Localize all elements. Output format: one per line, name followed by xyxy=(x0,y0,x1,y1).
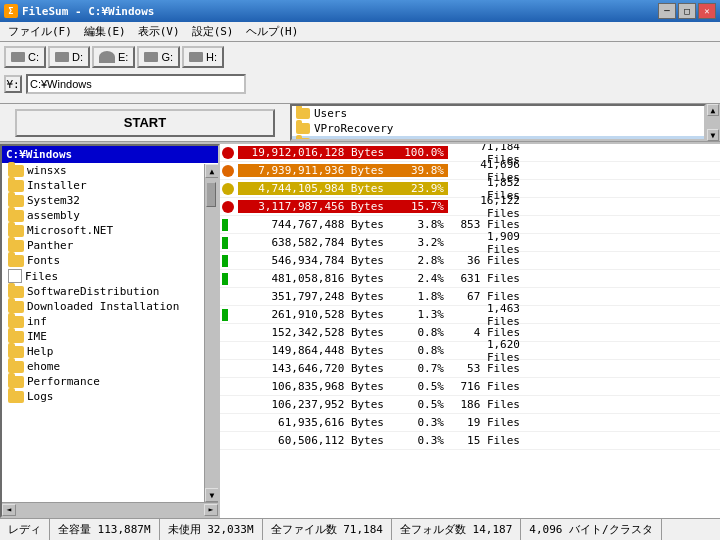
bar-cell xyxy=(220,273,238,285)
yen-icon[interactable]: ¥: xyxy=(4,75,22,93)
app-icon: Σ xyxy=(4,4,18,18)
status-total: 全容量 113,887M xyxy=(50,519,160,540)
h-scrollbar[interactable]: ◄ ► xyxy=(2,502,218,516)
status-folders: 全フォルダ数 14,187 xyxy=(392,519,521,540)
bytes-cell: 744,767,488 Bytes xyxy=(238,218,388,231)
bar-rect-icon xyxy=(222,309,228,321)
maximize-button[interactable]: □ xyxy=(678,3,696,19)
bar-circle-icon xyxy=(222,147,234,159)
drive-c-button[interactable]: C: xyxy=(4,46,46,68)
tree-item-files[interactable]: Files xyxy=(2,268,218,284)
scroll-up-btn[interactable]: ▲ xyxy=(707,104,719,116)
tree-item-label: Help xyxy=(27,345,54,358)
data-row: 481,058,816 Bytes 2.4% 631 Files xyxy=(220,270,720,288)
folder-icon xyxy=(8,376,24,388)
bar-circle-icon xyxy=(222,183,234,195)
bytes-cell: 60,506,112 Bytes xyxy=(238,434,388,447)
tree-item-ehome[interactable]: ehome xyxy=(2,359,218,374)
pct-cell: 0.8% xyxy=(388,326,448,339)
tree-item-assembly[interactable]: assembly xyxy=(2,208,218,223)
data-row: 61,935,616 Bytes 0.3% 19 Files xyxy=(220,414,720,432)
close-button[interactable]: ✕ xyxy=(698,3,716,19)
pct-cell: 100.0% xyxy=(388,146,448,159)
files-cell: 1,909 Files xyxy=(448,230,528,256)
tree-item-label: Logs xyxy=(27,390,54,403)
tree-item-label: Files xyxy=(25,270,58,283)
tree-item-downloaded-installation[interactable]: Downloaded Installation xyxy=(2,299,218,314)
tree-item-microsoft.net[interactable]: Microsoft.NET xyxy=(2,223,218,238)
left-scroll-down[interactable]: ▼ xyxy=(205,488,219,502)
tree-item-installer[interactable]: Installer xyxy=(2,178,218,193)
tree-item-inf[interactable]: inf xyxy=(2,314,218,329)
path-tree[interactable]: Users VProRecovery Windows work xampp xyxy=(290,104,706,141)
folder-icon xyxy=(296,123,310,134)
menu-settings[interactable]: 設定(S) xyxy=(186,22,240,41)
pct-cell: 3.2% xyxy=(388,236,448,249)
tree-item-label: Installer xyxy=(27,179,87,192)
drive-e-button[interactable]: E: xyxy=(92,46,135,68)
bytes-cell: 149,864,448 Bytes xyxy=(238,344,388,357)
tree-item-ime[interactable]: IME xyxy=(2,329,218,344)
main-content: C:¥Windows winsxsInstallerSystem32assemb… xyxy=(0,144,720,518)
minimize-button[interactable]: ─ xyxy=(658,3,676,19)
pct-cell: 1.8% xyxy=(388,290,448,303)
tree-item-logs[interactable]: Logs xyxy=(2,389,218,404)
files-cell: 53 Files xyxy=(448,362,528,375)
drive-h-icon xyxy=(189,52,203,62)
folder-icon xyxy=(8,180,24,192)
pct-cell: 0.3% xyxy=(388,416,448,429)
folder-icon xyxy=(8,210,24,222)
data-row: 3,117,987,456 Bytes 15.7%16,122 Files xyxy=(220,198,720,216)
menu-file[interactable]: ファイル(F) xyxy=(2,22,78,41)
left-scroll-up[interactable]: ▲ xyxy=(205,164,219,178)
drive-g-button[interactable]: G: xyxy=(137,46,180,68)
tree-item-fonts[interactable]: Fonts xyxy=(2,253,218,268)
folder-icon xyxy=(8,240,24,252)
tree-item-softwaredistribution[interactable]: SoftwareDistribution xyxy=(2,284,218,299)
tree-item-winsxs[interactable]: winsxs xyxy=(2,163,218,178)
folder-icon xyxy=(8,391,24,403)
path-input[interactable] xyxy=(26,74,246,94)
tree-item-panther[interactable]: Panther xyxy=(2,238,218,253)
menu-bar: ファイル(F) 編集(E) 表示(V) 設定(S) ヘルプ(H) xyxy=(0,22,720,42)
toolbar: C: D: E: G: H: ¥: xyxy=(0,42,720,104)
files-cell: 716 Files xyxy=(448,380,528,393)
bar-cell xyxy=(220,219,238,231)
v-scrollbar-left[interactable]: ▲ ▼ xyxy=(204,164,218,502)
start-button[interactable]: START xyxy=(15,109,275,137)
left-scroll-thumb[interactable] xyxy=(206,182,216,207)
folder-icon xyxy=(8,255,24,267)
bar-cell xyxy=(220,309,238,321)
scroll-left-btn[interactable]: ◄ xyxy=(2,504,16,516)
files-cell: 19 Files xyxy=(448,416,528,429)
tree-item-system32[interactable]: System32 xyxy=(2,193,218,208)
files-cell: 1,620 Files xyxy=(448,338,528,364)
scroll-down-btn[interactable]: ▼ xyxy=(707,129,719,141)
bytes-cell: 143,646,720 Bytes xyxy=(238,362,388,375)
file-icon xyxy=(8,269,22,283)
files-cell: 36 Files xyxy=(448,254,528,267)
bytes-cell: 7,939,911,936 Bytes xyxy=(238,164,388,177)
tree-item-help[interactable]: Help xyxy=(2,344,218,359)
tree-item-performance[interactable]: Performance xyxy=(2,374,218,389)
bytes-cell: 152,342,528 Bytes xyxy=(238,326,388,339)
bytes-cell: 481,058,816 Bytes xyxy=(238,272,388,285)
bytes-cell: 351,797,248 Bytes xyxy=(238,290,388,303)
folder-icon xyxy=(8,195,24,207)
menu-edit[interactable]: 編集(E) xyxy=(78,22,132,41)
bytes-cell: 261,910,528 Bytes xyxy=(238,308,388,321)
scroll-right-btn[interactable]: ► xyxy=(204,504,218,516)
folder-icon xyxy=(296,108,310,119)
menu-help[interactable]: ヘルプ(H) xyxy=(240,22,305,41)
data-row: 638,582,784 Bytes 3.2% 1,909 Files xyxy=(220,234,720,252)
path-scrollbar[interactable]: ▲ ▼ xyxy=(706,104,720,141)
drive-h-button[interactable]: H: xyxy=(182,46,224,68)
drive-d-button[interactable]: D: xyxy=(48,46,90,68)
tree-item-label: Downloaded Installation xyxy=(27,300,179,313)
path-tree-item-windows[interactable]: Windows xyxy=(292,136,704,141)
menu-view[interactable]: 表示(V) xyxy=(132,22,186,41)
path-tree-item-vpro[interactable]: VProRecovery xyxy=(292,121,704,136)
tree-item-label: winsxs xyxy=(27,164,67,177)
path-tree-item-users[interactable]: Users xyxy=(292,106,704,121)
tree-item-label: assembly xyxy=(27,209,80,222)
